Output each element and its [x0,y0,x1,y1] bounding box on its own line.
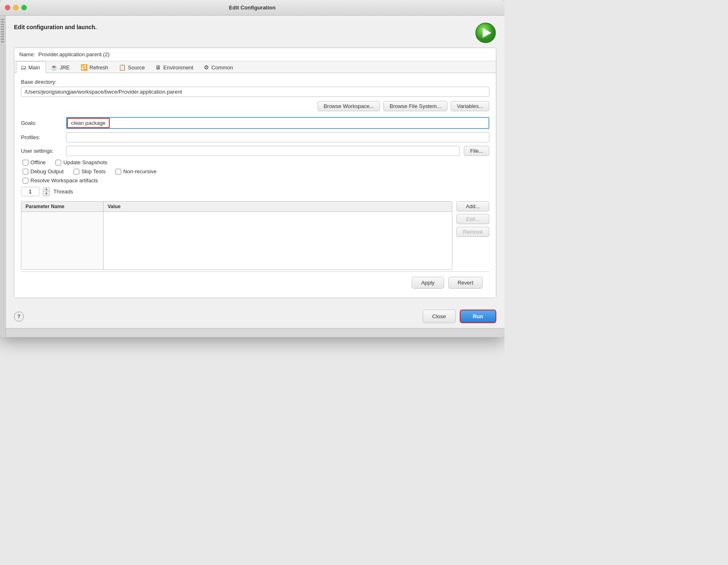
tab-main-label: Main [28,64,40,71]
base-dir-input[interactable]: /Users/jeongseungjae/workspace/bwce/Prov… [21,87,489,97]
window-title: Edit Configuration [229,5,275,11]
profiles-field: Profiles: [21,132,489,142]
panel-body: Base directory: /Users/jeongseungjae/wor… [14,73,496,298]
edit-config-label: Edit configuration and launch. [14,22,97,30]
minimize-window-button[interactable] [13,5,18,10]
traffic-lights [5,5,27,10]
name-field-label: Name: [19,51,35,57]
remove-param-button[interactable]: Remove [456,227,489,237]
tab-source-label: Source [128,64,145,71]
threads-down-button[interactable]: ▼ [43,192,50,196]
param-value-header: Value [104,202,452,211]
checkbox-row-1: Offline Update Snapshots [23,159,489,165]
non-recursive-checkbox[interactable] [115,169,121,175]
param-name-header: Parameter Name [21,202,104,211]
offline-checkbox[interactable] [23,160,28,165]
goals-input-wrapper: clean package [66,117,489,129]
tab-common-label: Common [211,64,233,71]
debug-output-checkbox[interactable] [23,169,28,175]
variables-button[interactable]: Variables... [451,101,489,111]
user-settings-input[interactable] [66,146,460,156]
browse-workspace-button[interactable]: Browse Workspace... [318,101,380,111]
browse-buttons: Browse Workspace... Browse File System..… [21,101,489,111]
footer-buttons: Close Run [423,310,496,323]
skip-tests-checkbox[interactable] [74,169,79,175]
params-table-wrapper: Parameter Name Value [21,201,452,271]
param-name-body [21,212,104,269]
update-snapshots-checkbox[interactable] [55,160,61,165]
checkbox-row-2: Debug Output Skip Tests Non-recursive [23,168,489,175]
skip-tests-checkbox-item[interactable]: Skip Tests [74,168,106,175]
goals-highlighted-text[interactable]: clean package [67,118,110,128]
close-window-button[interactable] [5,5,10,10]
tab-refresh[interactable]: 🔁 Refresh [76,61,115,73]
header-row: Edit configuration and launch. [14,22,496,44]
threads-input[interactable] [21,187,39,196]
close-button[interactable]: Close [423,310,456,323]
tab-source[interactable]: 📋 Source [114,61,151,73]
offline-label: Offline [30,159,46,165]
common-tab-icon: ⚙ [204,64,209,71]
refresh-tab-icon: 🔁 [81,64,88,71]
name-row: Name: Provider.application.parent (2) [14,48,496,61]
name-field-value: Provider.application.parent (2) [38,51,109,57]
left-sidebar [0,16,6,337]
main-panel: Name: Provider.application.parent (2) 🗂 … [14,48,496,298]
user-settings-field: User settings: File... [21,146,489,156]
help-icon[interactable]: ? [14,312,24,322]
main-tab-icon: 🗂 [21,64,26,71]
revert-button[interactable]: Revert [448,277,483,289]
goals-input[interactable] [110,119,488,127]
threads-label: Threads [53,188,73,195]
goals-field-container: Goals: clean package [21,117,489,129]
file-button[interactable]: File... [464,146,489,156]
tab-jre[interactable]: ☕ JRE [46,61,76,73]
threads-stepper[interactable]: ▲ ▼ [43,187,50,196]
tabs-bar: 🗂 Main ☕ JRE 🔁 Refresh 📋 [14,61,496,73]
title-bar: Edit Configuration [0,0,505,16]
params-table-body [21,212,452,269]
maximize-window-button[interactable] [21,5,27,10]
tab-jre-label: JRE [60,64,70,71]
tab-common[interactable]: ⚙ Common [199,61,239,73]
resolve-workspace-checkbox[interactable] [23,178,28,184]
source-tab-icon: 📋 [119,64,126,71]
profiles-label: Profiles: [21,134,62,140]
environment-tab-icon: 🖥 [155,64,161,71]
browse-file-system-button[interactable]: Browse File System... [383,101,447,111]
jre-tab-icon: ☕ [51,64,58,71]
params-container: Parameter Name Value [21,201,489,271]
base-directory-field: Base directory: /Users/jeongseungjae/wor… [21,79,489,97]
threads-row: ▲ ▼ Threads [21,187,489,196]
profiles-input[interactable] [66,132,489,142]
status-bar [6,328,505,337]
run-play-icon[interactable] [475,22,496,44]
skip-tests-label: Skip Tests [81,168,106,175]
debug-output-checkbox-item[interactable]: Debug Output [23,168,64,175]
threads-up-button[interactable]: ▲ [43,188,50,192]
params-actions: Add... Edit... Remove [456,201,489,237]
params-table-header: Parameter Name Value [21,202,452,212]
user-settings-label: User settings: [21,148,62,154]
tab-main[interactable]: 🗂 Main [16,61,46,73]
non-recursive-checkbox-item[interactable]: Non-recursive [115,168,157,175]
checkbox-row-3: Resolve Workspace artifacts [23,177,489,184]
bottom-bar: Apply Revert [21,271,489,292]
footer-bar: ? Close Run [6,305,505,328]
non-recursive-label: Non-recursive [123,168,157,175]
tab-environment[interactable]: 🖥 Environment [151,61,199,73]
resolve-workspace-checkbox-item[interactable]: Resolve Workspace artifacts [23,177,98,184]
edit-param-button[interactable]: Edit... [456,214,489,224]
run-button[interactable]: Run [460,310,496,323]
offline-checkbox-item[interactable]: Offline [23,159,46,165]
apply-button[interactable]: Apply [412,277,444,289]
tab-refresh-label: Refresh [90,64,108,71]
goals-label: Goals: [21,120,62,126]
debug-output-label: Debug Output [30,168,64,175]
add-param-button[interactable]: Add... [456,201,489,211]
update-snapshots-checkbox-item[interactable]: Update Snapshots [55,159,107,165]
tab-environment-label: Environment [163,64,193,71]
checkboxes-section: Offline Update Snapshots Deb [21,159,489,184]
base-dir-label: Base directory: [21,79,489,85]
resolve-workspace-label: Resolve Workspace artifacts [30,177,98,184]
